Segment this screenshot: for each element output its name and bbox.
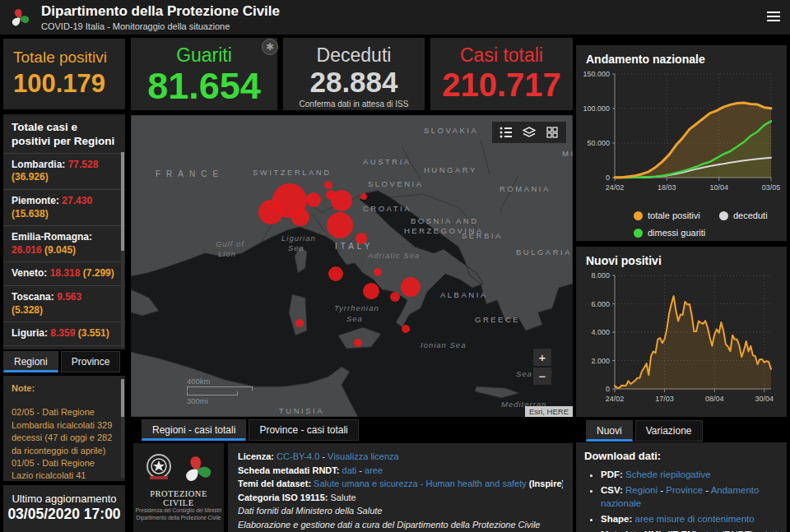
case-bubble[interactable]: [327, 212, 353, 238]
stat-label: Totale positivi: [13, 49, 125, 67]
svg-text:08/04: 08/04: [705, 395, 724, 403]
link[interactable]: CC-BY-4.0: [276, 451, 319, 461]
case-bubble[interactable]: [390, 292, 400, 302]
regions-list-panel: Totale casi e positivi per Regioni Lomba…: [3, 114, 125, 349]
region-row[interactable]: Lombardia: 77.528 (36.926): [3, 153, 125, 189]
italy-cases-map[interactable]: FRANCESWITZERLANDAUSTRIASLOVAKIAHUNGARYS…: [131, 115, 573, 417]
map-label: TUNISIA: [279, 406, 324, 415]
national-trend-panel: Andamento nazionale 050.000100.000150.00…: [576, 45, 787, 241]
download-list: PDF: Schede riepilogativeCSV: Regioni - …: [584, 468, 778, 532]
zoom-out-button[interactable]: −: [533, 368, 551, 385]
svg-text:50.000: 50.000: [587, 139, 610, 147]
logo-title: PROTEZIONE CIVILE: [133, 489, 224, 507]
map-label: BOSNIA AND: [411, 216, 479, 225]
case-bubble[interactable]: [258, 200, 283, 224]
new-positives-panel: Nuovi positivi 02.0004.0006.0008.00024/0…: [576, 247, 787, 417]
case-bubble[interactable]: [324, 181, 332, 189]
region-row[interactable]: Liguria: 8.359 (3.551): [3, 322, 125, 345]
chart-title: Andamento nazionale: [576, 45, 787, 67]
case-bubble[interactable]: [402, 325, 410, 333]
text-segment: Licenza:: [238, 451, 276, 461]
svg-text:24/02: 24/02: [606, 395, 625, 403]
scrollbar-thumb[interactable]: [121, 152, 124, 251]
scrollbar[interactable]: [121, 379, 124, 478]
link[interactable]: Salute umana e sicurezza - Human health …: [314, 479, 527, 488]
svg-text:17/03: 17/03: [655, 395, 674, 403]
map-label: SLOVAKIA: [424, 126, 478, 135]
link[interactable]: Schede riepilogative: [625, 470, 711, 479]
link[interactable]: Regioni: [625, 485, 658, 495]
legend-item[interactable]: deceduti: [719, 210, 768, 220]
region-row[interactable]: Veneto: 18.318 (7.299): [3, 261, 125, 285]
case-bubble[interactable]: [295, 319, 304, 327]
region-row[interactable]: Lazio: 6.809 (4.385): [3, 345, 125, 349]
case-bubble[interactable]: [401, 277, 421, 297]
basemap-gallery-icon[interactable]: [543, 123, 561, 141]
case-bubble[interactable]: [374, 268, 382, 276]
legend-item[interactable]: totale positivi: [634, 210, 719, 220]
stat-label: Guariti: [131, 44, 277, 67]
case-bubble[interactable]: [306, 192, 321, 207]
stat-card-casi-totali: Casi totali 210.717: [430, 38, 573, 110]
download-item: CSV: Regioni - Province - Andamento nazi…: [601, 483, 778, 511]
case-bubble[interactable]: [331, 190, 352, 211]
link[interactable]: Visualizza licenza: [328, 451, 399, 461]
svg-text:6.000: 6.000: [591, 300, 610, 308]
case-bubble[interactable]: [291, 208, 309, 226]
tab-regioni-casi-totali[interactable]: Regioni - casi totali: [142, 419, 246, 441]
license-panel: Licenza: CC-BY-4.0 - Visualizza licenzaS…: [228, 443, 573, 532]
region-row[interactable]: Piemonte: 27.430 (15.638): [3, 189, 125, 225]
text-segment: CSV:: [601, 485, 625, 495]
text-segment: -: [658, 485, 666, 495]
new-positives-chart: 02.0004.0006.0008.00024/0217/0308/0430/0…: [580, 269, 783, 410]
case-bubble[interactable]: [328, 266, 343, 281]
download-title: Download dati:: [584, 450, 778, 462]
link[interactable]: dati: [342, 465, 357, 475]
region-row[interactable]: Emilia-Romagna: 26.016 (9.045): [3, 225, 125, 261]
stat-label: Casi totali: [430, 44, 573, 67]
download-item: PDF: Schede riepilogative: [601, 468, 778, 482]
map-label: CROATIA: [363, 204, 411, 213]
settings-gear-icon[interactable]: ✱: [262, 39, 278, 55]
region-row[interactable]: Toscana: 9.563 (5.328): [3, 285, 125, 322]
regions-list-title: Totale casi e positivi per Regioni: [3, 114, 125, 153]
legend-list-icon[interactable]: [497, 123, 515, 141]
tab-province-casi-totali[interactable]: Province - casi totali: [249, 419, 358, 441]
map-label: GREECE: [475, 315, 520, 324]
tab-nuovi[interactable]: Nuovi: [586, 420, 633, 442]
legend-item[interactable]: dimessi guariti: [634, 228, 705, 238]
map-label: Lion: [218, 249, 236, 258]
tab-regioni[interactable]: Regioni: [3, 351, 58, 372]
case-bubble[interactable]: [363, 283, 379, 299]
stat-footnote: Conferma dati in attesa di ISS: [283, 99, 425, 109]
scrollbar[interactable]: [121, 152, 124, 348]
tab-variazione[interactable]: Variazione: [635, 420, 703, 442]
tab-province[interactable]: Province: [61, 351, 121, 372]
map-label: FRANCE: [156, 169, 224, 178]
map-label: Sea: [346, 314, 363, 323]
case-bubble[interactable]: [354, 339, 362, 347]
map-toolbar: [492, 122, 566, 143]
link[interactable]: aree: [365, 465, 383, 475]
scrollbar-thumb[interactable]: [121, 379, 124, 417]
link[interactable]: Province: [666, 485, 703, 495]
layers-icon[interactable]: [520, 123, 538, 141]
new-positives-tabs: Nuovi Variazione: [586, 420, 703, 442]
text-segment: Salute: [331, 493, 356, 502]
license-line: Scheda metadati RNDT: dati - aree: [238, 464, 563, 478]
svg-text:150.000: 150.000: [583, 70, 610, 78]
map-label: Tyrrhenian: [334, 303, 379, 312]
republic-emblem-icon: [143, 451, 174, 484]
menu-hamburger-icon[interactable]: [767, 12, 780, 22]
map-label: ITALY: [335, 242, 373, 251]
case-bubble[interactable]: [360, 193, 367, 200]
map-label: MO: [562, 149, 573, 158]
link[interactable]: aree misure di contenimento: [635, 514, 755, 524]
page-subtitle: COVID-19 Italia - Monitoraggio della sit…: [41, 21, 230, 31]
download-item: Metadata XML (IT-EN): dati (RNDT) - dati…: [601, 528, 778, 532]
zoom-in-button[interactable]: +: [533, 349, 551, 366]
map-label: HUNGARY: [424, 165, 477, 174]
map-canvas[interactable]: FRANCESWITZERLANDAUSTRIASLOVAKIAHUNGARYS…: [131, 115, 573, 417]
text-segment: Elaborazione e gestione dati a cura del …: [238, 520, 541, 530]
last-update-panel: Ultimo aggiornamento 03/05/2020 17:00: [3, 485, 125, 532]
